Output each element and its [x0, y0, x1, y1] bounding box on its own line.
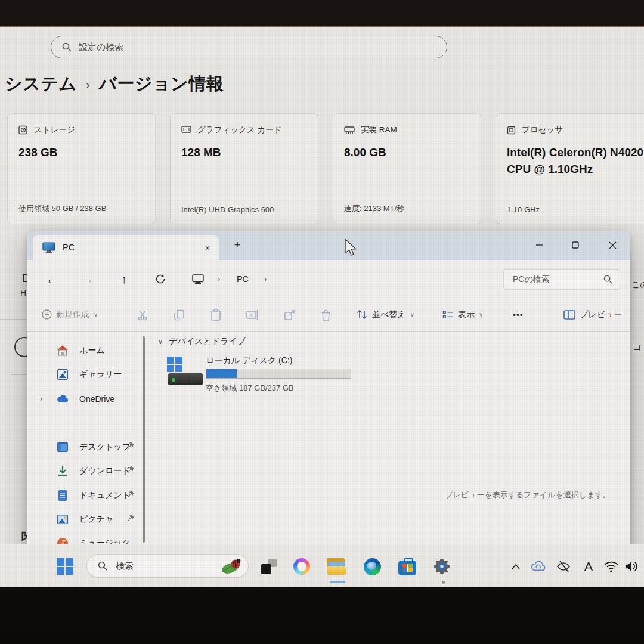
forward-button[interactable]: → [76, 260, 100, 298]
settings-button[interactable] [432, 557, 451, 576]
gpu-icon [181, 126, 191, 134]
new-button[interactable]: 新規作成 ∨ [42, 298, 98, 331]
breadcrumb-system[interactable]: システム [5, 72, 77, 96]
spec-card-cpu: プロセッサ Intel(R) Celeron(R) N4020 CPU @ 1.… [496, 113, 644, 224]
tab-title: PC [63, 243, 75, 252]
storage-icon [18, 125, 28, 135]
sidebar-scrollbar[interactable] [143, 336, 145, 543]
spec-card-value: 8.00 GB [344, 144, 470, 161]
pictures-icon [57, 513, 69, 525]
address-this-pc-icon[interactable] [189, 260, 207, 298]
gallery-icon [57, 369, 69, 380]
drive-usage-bar [206, 369, 351, 379]
sidebar-item-pictures[interactable]: ピクチャ [27, 509, 141, 530]
settings-search-input[interactable]: 設定の検索 [51, 36, 447, 58]
spec-card-ram: 実装 RAM 8.00 GB 速度: 2133 MT/秒 [333, 113, 481, 224]
maximize-button[interactable] [561, 231, 590, 259]
task-view-button[interactable] [259, 557, 278, 576]
explorer-navbar: ← → ↑ › PC › PCの検索 [27, 260, 630, 298]
more-button[interactable]: ••• [513, 298, 524, 331]
sort-button[interactable]: 並べ替え ∨ [356, 298, 414, 331]
preview-icon [564, 310, 575, 320]
rename-button[interactable]: A [244, 306, 261, 323]
drive-name: ローカル ディスク (C:) [206, 355, 292, 366]
edge-button[interactable] [363, 557, 382, 576]
search-highlight-ladybug-icon [221, 556, 244, 575]
tab-close-button[interactable]: × [200, 240, 215, 255]
spec-card-label: グラフィックス カード [197, 125, 282, 135]
view-button[interactable]: 表示 ∨ [442, 298, 483, 331]
copy-button-fragment: コ [633, 342, 642, 353]
spec-card-detail: 1.10 GHz [507, 205, 540, 214]
spec-card-label: ストレージ [34, 125, 75, 135]
share-icon [284, 309, 295, 321]
tray-volume-button[interactable] [621, 557, 642, 576]
monitor-photo: 設定の検索 システム › バージョン情報 ストレージ 238 GB 使用領域 5… [0, 0, 644, 644]
copilot-icon [293, 558, 310, 575]
copy-icon [174, 309, 185, 321]
sidebar-item-home[interactable]: ホーム [27, 340, 141, 361]
settings-gear-icon [433, 558, 451, 575]
cut-button[interactable] [134, 306, 151, 323]
spec-card-storage: ストレージ 238 GB 使用領域 50 GB / 238 GB [7, 113, 156, 224]
new-tab-button[interactable]: + [230, 237, 245, 253]
delete-icon [321, 309, 331, 321]
group-chevron-icon[interactable]: ∨ [158, 338, 163, 346]
refresh-button[interactable] [148, 260, 172, 298]
address-chevron: › [259, 260, 271, 298]
cpu-icon [507, 126, 516, 135]
preview-toggle-button[interactable]: プレビュー [564, 298, 622, 331]
preview-pane-hint: プレビューを表示するファイルを選択します。 [444, 490, 611, 500]
microsoft-store-button[interactable] [398, 557, 417, 576]
rename-button-fragment: この [631, 280, 644, 290]
expander-chevron-icon[interactable]: › [40, 395, 42, 403]
explorer-tabstrip: PC × + [27, 231, 630, 260]
tray-ime-mode-button[interactable]: A [578, 557, 599, 576]
rename-icon: A [246, 309, 259, 320]
copilot-button[interactable] [292, 557, 311, 576]
delete-button[interactable] [317, 306, 334, 323]
refresh-icon [155, 274, 166, 284]
tray-show-hidden-icons-button[interactable] [506, 557, 526, 576]
explorer-search-input[interactable]: PCの検索 [503, 269, 620, 290]
file-explorer-window: PC × + ← → ↑ › PC › [27, 231, 630, 587]
share-button[interactable] [281, 306, 298, 323]
documents-icon [57, 490, 69, 501]
settings-search-placeholder: 設定の検索 [79, 42, 123, 53]
back-button[interactable]: ← [40, 260, 64, 298]
svg-text:A: A [249, 312, 253, 318]
sidebar-item-desktop[interactable]: デスクトップ [27, 437, 141, 457]
tray-wifi-button[interactable] [601, 557, 621, 576]
tray-onedrive-button[interactable] [528, 557, 549, 576]
explorer-search-placeholder: PCの検索 [513, 274, 603, 285]
sort-icon [356, 309, 368, 320]
cut-icon [137, 309, 148, 321]
ram-icon [344, 126, 355, 134]
spec-card-gpu: グラフィックス カード 128 MB Intel(R) UHD Graphics… [170, 113, 318, 224]
divider [0, 319, 27, 320]
sidebar-item-onedrive[interactable]: › OneDrive [27, 389, 141, 409]
copy-button[interactable] [171, 306, 187, 323]
desktop-screen: 設定の検索 システム › バージョン情報 ストレージ 238 GB 使用領域 5… [0, 26, 644, 587]
close-button[interactable] [597, 231, 627, 259]
spec-card-detail: 速度: 2133 MT/秒 [344, 203, 404, 214]
sidebar-item-documents[interactable]: ドキュメント [27, 485, 141, 506]
up-button[interactable]: ↑ [112, 260, 136, 298]
spec-card-detail: 使用領域 50 GB / 238 GB [18, 203, 106, 214]
address-item-pc[interactable]: PC [233, 260, 253, 298]
group-devices-and-drives[interactable]: ∨ デバイスとドライブ [158, 336, 246, 347]
minimize-button[interactable] [525, 231, 555, 259]
paste-button[interactable] [208, 306, 224, 323]
explorer-tab-pc[interactable]: PC × [33, 235, 219, 260]
onedrive-cloud-icon [531, 561, 546, 572]
start-button[interactable] [55, 557, 75, 576]
tray-eye-off-button[interactable] [553, 557, 574, 576]
sidebar-item-downloads[interactable]: ダウンロード [27, 461, 141, 481]
task-view-icon [261, 559, 277, 574]
spec-card-value: 128 MB [181, 144, 307, 161]
search-icon [98, 561, 107, 571]
sidebar-item-gallery[interactable]: ギャラリー [27, 364, 141, 385]
file-explorer-button[interactable] [327, 557, 346, 576]
taskbar-search-box[interactable]: 検索 [86, 554, 249, 578]
spec-card-label: プロセッサ [522, 125, 563, 135]
